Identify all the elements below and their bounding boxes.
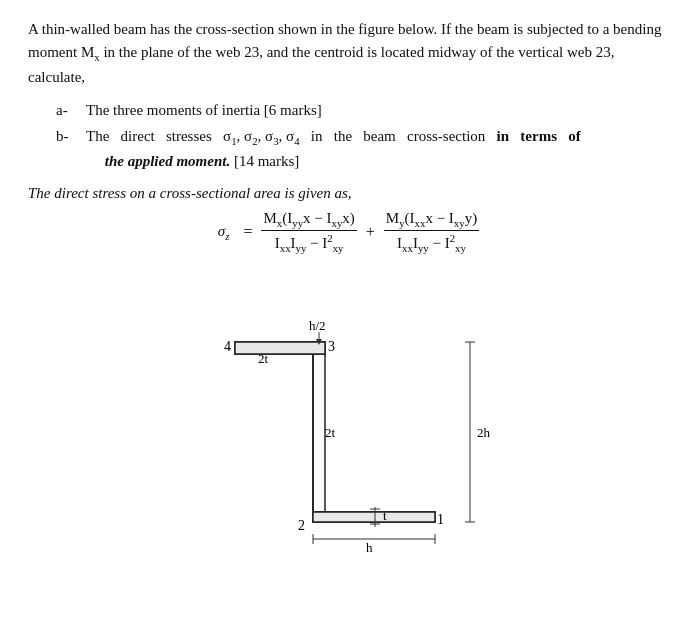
denominator-1: IxxIyy − I2xy (273, 231, 346, 254)
problem-intro: A thin-walled beam has the cross-section… (28, 18, 672, 89)
svg-rect-1 (313, 342, 325, 512)
plus-sign: + (366, 223, 375, 241)
applied-moment-text: the applied moment. (105, 153, 230, 169)
label-4: 4 (224, 339, 231, 354)
formula-block: σz = Mx(Iyyx − Ixyx) IxxIyy − I2xy + My(… (28, 210, 672, 254)
label-2t-web: 2t (325, 425, 336, 440)
part-b-label: b- (56, 125, 86, 148)
label-1: 1 (437, 512, 444, 527)
fraction-2: My(Ixxx − Ixyy) IxxIyy − I2xy (384, 210, 479, 254)
denominator-2: IxxIyy − I2xy (395, 231, 468, 254)
numerator-2: My(Ixxx − Ixyy) (384, 210, 479, 231)
fraction-1: Mx(Iyyx − Ixyx) IxxIyy − I2xy (261, 210, 356, 254)
label-2h: 2h (477, 425, 491, 440)
part-a-text: The three moments of inertia [6 marks] (86, 99, 672, 122)
formula: σz = Mx(Iyyx − Ixyx) IxxIyy − I2xy + My(… (218, 210, 482, 254)
sigma-z: σz (218, 223, 230, 242)
label-h: h (366, 540, 373, 555)
cross-section-diagram: 4 3 2 1 h/2 2t 2t 2h t h (150, 272, 550, 562)
direct-stress-intro: The direct stress on a cross-sectional a… (28, 185, 672, 202)
label-t: t (383, 508, 387, 523)
part-b-text: The direct stresses σ1, σ2, σ3, σ4 in th… (86, 125, 672, 173)
part-a: a- The three moments of inertia [6 marks… (56, 99, 672, 122)
part-a-label: a- (56, 99, 86, 122)
label-3: 3 (328, 339, 335, 354)
diagram-container: 4 3 2 1 h/2 2t 2t 2h t h (28, 272, 672, 562)
numerator-1: Mx(Iyyx − Ixyx) (261, 210, 356, 231)
label-2: 2 (298, 518, 305, 533)
label-2t-top: 2t (258, 351, 269, 366)
part-b: b- The direct stresses σ1, σ2, σ3, σ4 in… (56, 125, 672, 173)
equals-sign: = (243, 223, 252, 241)
label-h2: h/2 (309, 318, 326, 333)
